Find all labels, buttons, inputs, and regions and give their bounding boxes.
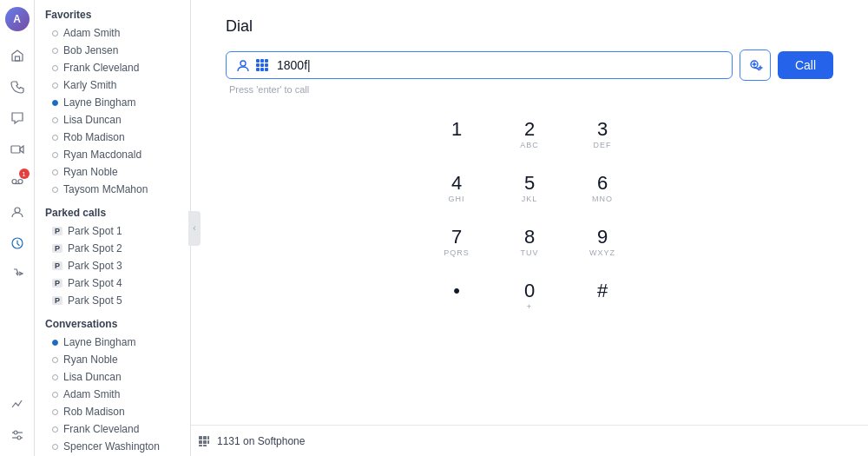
- dial-key-6[interactable]: 6MNO: [576, 166, 628, 213]
- keypad-icon: [254, 57, 270, 73]
- voicemail-icon[interactable]: 1: [3, 167, 31, 195]
- parked-calls-title: Parked calls: [35, 198, 190, 222]
- dial-key-num: •: [453, 281, 460, 301]
- favorite-item[interactable]: Bob Jensen: [35, 42, 190, 59]
- parked-spot-name: Park Spot 5: [68, 294, 122, 307]
- contacts-icon[interactable]: [3, 198, 31, 226]
- dial-key-•[interactable]: •: [431, 274, 483, 321]
- dial-key-letters: +: [527, 302, 532, 313]
- favorite-item[interactable]: Karly Smith: [35, 76, 190, 94]
- avatar[interactable]: A: [5, 7, 30, 31]
- contact-icon: [235, 57, 251, 73]
- parked-spot-name: Park Spot 2: [68, 242, 122, 254]
- favorite-item[interactable]: Lisa Duncan: [35, 111, 190, 129]
- dial-key-5[interactable]: 5JKL: [503, 166, 556, 213]
- dial-key-#[interactable]: #: [576, 274, 628, 321]
- status-dot: [52, 169, 58, 175]
- dial-key-4[interactable]: 4GHI: [431, 166, 483, 213]
- call-transfer-icon[interactable]: [3, 261, 31, 288]
- icon-sidebar: A 1: [0, 0, 35, 456]
- dial-key-num: 7: [451, 228, 462, 247]
- svg-rect-0: [15, 56, 19, 61]
- contact-name: Spencer Washington: [63, 440, 160, 453]
- parked-badge: P: [52, 296, 62, 305]
- favorite-item[interactable]: Layne Bingham: [35, 94, 190, 111]
- conversation-item[interactable]: Layne Bingham: [35, 334, 190, 351]
- favorite-item[interactable]: Ryan Noble: [35, 163, 190, 181]
- svg-point-2: [12, 180, 16, 184]
- parked-spot-name: Park Spot 1: [68, 225, 122, 237]
- parked-badge: P: [52, 227, 62, 235]
- contact-name: Layne Bingham: [63, 336, 135, 348]
- dial-key-7[interactable]: 7PQRS: [431, 220, 483, 267]
- conversation-item[interactable]: Lisa Duncan: [35, 368, 190, 386]
- status-dot: [52, 374, 58, 380]
- status-dot: [52, 187, 58, 193]
- parked-item[interactable]: PPark Spot 4: [35, 274, 190, 292]
- conversation-item[interactable]: Ryan Noble: [35, 351, 190, 368]
- dial-key-9[interactable]: 9WXYZ: [576, 220, 628, 267]
- svg-rect-16: [256, 63, 260, 67]
- parked-spot-name: Park Spot 4: [68, 277, 122, 289]
- svg-rect-29: [203, 440, 207, 444]
- parked-item[interactable]: PPark Spot 5: [35, 292, 190, 309]
- parked-item[interactable]: PPark Spot 2: [35, 240, 190, 257]
- dial-input-row: Call: [226, 50, 833, 81]
- favorite-item[interactable]: Adam Smith: [35, 24, 190, 42]
- favorite-item[interactable]: Rob Madison: [35, 129, 190, 146]
- dial-key-num: 9: [597, 228, 608, 247]
- conversation-item[interactable]: Adam Smith: [35, 386, 190, 403]
- status-dot: [52, 48, 58, 54]
- conversation-item[interactable]: Frank Cleveland: [35, 420, 190, 438]
- collapse-handle[interactable]: ‹: [188, 211, 201, 246]
- dial-key-8[interactable]: 8TUV: [503, 220, 556, 267]
- svg-point-11: [17, 436, 21, 439]
- add-contact-button[interactable]: [740, 50, 771, 81]
- dial-key-0[interactable]: 0+: [503, 274, 556, 321]
- svg-point-10: [14, 431, 17, 434]
- svg-rect-30: [207, 440, 209, 444]
- favorite-item[interactable]: Taysom McMahon: [35, 181, 190, 198]
- dial-key-letters: TUV: [521, 248, 539, 259]
- contact-name: Rob Madison: [63, 131, 125, 143]
- home-icon[interactable]: [3, 42, 31, 69]
- parked-item[interactable]: PPark Spot 3: [35, 257, 190, 274]
- phone-icon[interactable]: [3, 73, 31, 101]
- favorite-item[interactable]: Frank Cleveland: [35, 59, 190, 76]
- svg-rect-31: [199, 445, 202, 446]
- call-button[interactable]: Call: [778, 51, 833, 79]
- contact-name: Ryan Noble: [63, 166, 118, 178]
- dial-key-letters: GHI: [448, 195, 464, 205]
- dial-key-letters: JKL: [522, 195, 538, 205]
- favorites-title: Favorites: [35, 0, 190, 24]
- sliders-icon[interactable]: [3, 421, 31, 449]
- conversation-item[interactable]: Spencer Washington: [35, 438, 190, 455]
- main-content: Dial: [191, 0, 868, 456]
- parked-spot-name: Park Spot 3: [68, 260, 122, 272]
- dial-key-1[interactable]: 1: [431, 112, 483, 159]
- svg-rect-21: [265, 68, 268, 71]
- dial-input[interactable]: [277, 58, 723, 72]
- conversation-item[interactable]: Rob Madison: [35, 403, 190, 420]
- svg-rect-13: [256, 59, 260, 63]
- svg-rect-27: [207, 436, 209, 439]
- contact-name: Rob Madison: [63, 406, 125, 418]
- svg-rect-14: [260, 59, 264, 63]
- svg-rect-32: [203, 445, 207, 446]
- analytics-icon[interactable]: [3, 390, 31, 418]
- status-dot: [52, 152, 58, 158]
- status-dot: [52, 340, 58, 346]
- contact-name: Layne Bingham: [63, 96, 135, 109]
- dial-key-3[interactable]: 3DEF: [576, 112, 628, 159]
- parked-item[interactable]: PPark Spot 1: [35, 222, 190, 240]
- dial-type-icons: [235, 57, 270, 73]
- favorite-item[interactable]: Ryan Macdonald: [35, 146, 190, 163]
- parked-badge: P: [52, 279, 62, 287]
- status-dot: [52, 135, 58, 141]
- svg-rect-15: [265, 59, 268, 63]
- chat-icon[interactable]: [3, 104, 31, 132]
- history-icon[interactable]: [3, 229, 31, 257]
- contact-name: Bob Jensen: [63, 44, 118, 56]
- video-icon[interactable]: [3, 135, 31, 163]
- dial-key-2[interactable]: 2ABC: [503, 112, 556, 159]
